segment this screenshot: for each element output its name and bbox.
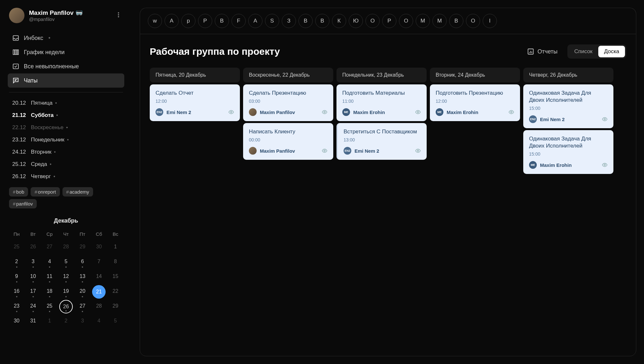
watch-button[interactable] [508, 109, 514, 115]
cal-day[interactable]: 12 [58, 270, 73, 284]
workspace-tab[interactable]: З [282, 14, 296, 28]
workspace-tab[interactable]: S [265, 14, 279, 28]
cal-day[interactable]: 5 [58, 255, 73, 269]
cal-day[interactable]: 14 [91, 270, 107, 284]
task-card[interactable]: Подготовить Материалы 11:00 ME Maxim Ero… [336, 84, 427, 121]
board-column: Вторник, 24 Декабрь Подготовить Презента… [430, 68, 520, 176]
view-board-button[interactable]: Доска [598, 46, 625, 57]
task-card[interactable]: Сделать Презентацию 03:00 Maxim Panfilov [243, 84, 333, 121]
cal-day[interactable]: 1 [108, 241, 123, 254]
cal-day[interactable]: 17 [25, 285, 41, 299]
cal-day[interactable]: 5 [108, 315, 123, 328]
task-card[interactable]: Подготовить Презентацию 12:00 ME Maxim E… [430, 84, 520, 121]
workspace-tab[interactable]: w [148, 14, 162, 28]
cal-day[interactable]: 4 [91, 315, 107, 328]
cal-day[interactable]: 3 [75, 315, 90, 328]
task-card[interactable]: Написать Клиенту 00:00 Maxim Panfilov [243, 123, 333, 160]
workspace-tab[interactable]: A [248, 14, 262, 28]
cal-day[interactable]: 26 [59, 300, 73, 313]
cal-day[interactable]: 1 [42, 315, 57, 328]
cal-day[interactable]: 24 [25, 300, 41, 313]
cal-day[interactable]: 25 [9, 241, 24, 254]
workspace-tab[interactable]: М [416, 14, 430, 28]
nav-item-inbox[interactable]: Инбокс• [8, 31, 124, 45]
cal-day[interactable]: 7 [91, 255, 107, 269]
cal-day[interactable]: 18 [42, 285, 57, 299]
watch-button[interactable] [602, 116, 608, 122]
cal-day[interactable]: 11 [42, 270, 57, 284]
workspace-tab[interactable]: О [365, 14, 380, 28]
workspace-tab[interactable]: А [165, 14, 179, 28]
workspace-tab[interactable]: I [483, 14, 497, 28]
task-card[interactable]: Одинаковая Задача Для Двоих Исполнителей… [523, 84, 613, 128]
nav-item-columns[interactable]: График недели [8, 45, 124, 59]
cal-day[interactable]: 2 [9, 255, 24, 269]
watch-button[interactable] [322, 109, 327, 115]
nav-item-check[interactable]: Все невыполненные [8, 59, 124, 73]
tag-bob[interactable]: #bob [9, 187, 28, 196]
date-item[interactable]: 26.12Четверг• [8, 170, 124, 183]
cal-day[interactable]: 8 [108, 255, 123, 269]
tag-panfilov[interactable]: #panfilov [9, 199, 37, 208]
user-avatar[interactable] [9, 8, 24, 23]
date-item[interactable]: 20.12Пятница• [8, 97, 124, 109]
more-button[interactable] [114, 10, 123, 19]
cal-day[interactable]: 27 [42, 241, 57, 254]
cal-day[interactable]: 28 [58, 241, 73, 254]
workspace-tab[interactable]: р [181, 14, 195, 28]
cal-day[interactable]: 30 [9, 315, 24, 328]
cal-day[interactable]: 26 [25, 241, 41, 254]
nav-item-chat[interactable]: Чаты [8, 73, 124, 88]
cal-day[interactable]: 29 [75, 241, 90, 254]
workspace-tab[interactable]: Ю [349, 14, 363, 28]
watch-button[interactable] [415, 109, 421, 115]
watch-button[interactable] [415, 148, 421, 154]
task-card[interactable]: Одинаковая Задача Для Двоих Исполнителей… [523, 130, 613, 174]
cal-day[interactable]: 20 [75, 285, 90, 299]
workspace-tab[interactable]: К [332, 14, 346, 28]
cal-day[interactable]: 4 [42, 255, 57, 269]
watch-button[interactable] [228, 109, 234, 115]
cal-day[interactable]: 28 [91, 300, 107, 313]
tag-academy[interactable]: #academy [62, 187, 93, 196]
watch-button[interactable] [602, 162, 608, 168]
cal-day[interactable]: 13 [75, 270, 90, 284]
cal-day[interactable]: 3 [25, 255, 41, 269]
task-card[interactable]: Встретиться С Поставщиком 13:00 EN2 Emi … [336, 123, 427, 160]
cal-day[interactable]: 6 [75, 255, 90, 269]
cal-day[interactable]: 29 [108, 300, 123, 313]
cal-day[interactable]: 22 [108, 285, 123, 299]
cal-day[interactable]: 15 [108, 270, 123, 284]
workspace-tab[interactable]: В [315, 14, 329, 28]
cal-day[interactable]: 23 [9, 300, 24, 313]
workspace-tab[interactable]: F [232, 14, 246, 28]
workspace-tab[interactable]: В [215, 14, 229, 28]
workspace-tab[interactable]: М [432, 14, 447, 28]
reports-button[interactable]: Отчеты [523, 45, 561, 58]
watch-button[interactable] [322, 148, 327, 154]
cal-day[interactable]: 25 [42, 300, 57, 313]
cal-day[interactable]: 21 [92, 285, 106, 299]
cal-day[interactable]: 27 [75, 300, 90, 313]
cal-day[interactable]: 9 [9, 270, 24, 284]
workspace-tab[interactable]: Р [198, 14, 212, 28]
cal-day[interactable]: 16 [9, 285, 24, 299]
workspace-tab[interactable]: В [298, 14, 313, 28]
date-item[interactable]: 23.12Понедельник• [8, 134, 124, 146]
workspace-tab[interactable]: О [399, 14, 413, 28]
view-list-button[interactable]: Список [569, 46, 599, 57]
date-item[interactable]: 24.12Вторник• [8, 146, 124, 158]
workspace-tab[interactable]: О [466, 14, 480, 28]
workspace-tab[interactable]: В [449, 14, 463, 28]
cal-day[interactable]: 2 [58, 315, 73, 328]
date-item[interactable]: 21.12Суббота• [8, 109, 124, 121]
tag-onreport[interactable]: #onreport [31, 187, 60, 196]
date-item[interactable]: 25.12Среда• [8, 158, 124, 170]
date-item[interactable]: 22.12Воскресенье• [8, 121, 124, 134]
task-card[interactable]: Сделать Отчет 12:00 EN2 Emi Nem 2 [150, 84, 240, 121]
cal-day[interactable]: 31 [25, 315, 41, 328]
cal-day[interactable]: 10 [25, 270, 41, 284]
workspace-tab[interactable]: Р [382, 14, 396, 28]
cal-day[interactable]: 19 [58, 285, 73, 299]
cal-day[interactable]: 30 [91, 241, 107, 254]
